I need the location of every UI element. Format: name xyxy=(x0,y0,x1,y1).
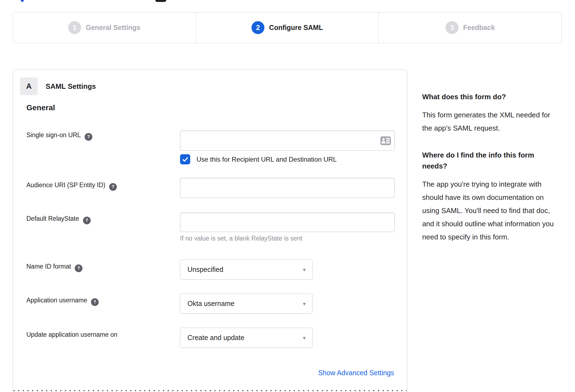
default-relaystate-label: Default RelayState? xyxy=(26,214,91,224)
step-feedback[interactable]: 3 Feedback xyxy=(378,12,562,43)
step-number-badge: 1 xyxy=(68,21,81,34)
help-icon[interactable]: ? xyxy=(91,298,99,306)
application-username-select[interactable]: Okta username ▾ xyxy=(180,294,313,314)
step-number-badge: 2 xyxy=(251,21,264,34)
checkmark-icon xyxy=(182,156,189,163)
name-id-format-select[interactable]: Unspecified ▾ xyxy=(180,260,313,280)
step-label: Feedback xyxy=(463,24,495,32)
relaystate-helper-text: If no value is set, a blank RelayState i… xyxy=(180,235,302,242)
sidebar-body-where: The app you're trying to integrate with … xyxy=(422,178,557,244)
step-label: General Settings xyxy=(86,24,140,32)
clipped-blue-element xyxy=(21,0,24,2)
step-label: Configure SAML xyxy=(269,24,323,32)
recipient-url-checkbox-label: Use this for Recipient URL and Destinati… xyxy=(197,154,337,164)
sidebar-heading-where: Where do I find the info this form needs… xyxy=(422,150,557,172)
sidebar-heading-what: What does this form do? xyxy=(422,91,557,102)
sidebar-body-what: This form generates the XML needed for t… xyxy=(422,108,557,135)
step-number-badge: 3 xyxy=(446,21,458,34)
update-application-username-select[interactable]: Create and update ▾ xyxy=(180,328,313,348)
sso-url-label: Single sign-on URL? xyxy=(26,130,92,141)
wizard-stepper: 1 General Settings 2 Configure SAML 3 Fe… xyxy=(13,12,562,43)
clipped-dark-element xyxy=(155,0,166,2)
chevron-down-icon: ▾ xyxy=(303,335,306,341)
chevron-down-icon: ▾ xyxy=(303,300,306,307)
application-username-label: Application username? xyxy=(26,296,99,306)
section-dashed-divider xyxy=(13,390,407,391)
selected-value: Okta username xyxy=(187,300,303,308)
update-application-username-label: Update application username on xyxy=(26,330,117,339)
help-sidebar: What does this form do? This form genera… xyxy=(422,87,557,258)
help-icon[interactable]: ? xyxy=(75,264,82,272)
contact-card-icon[interactable] xyxy=(380,136,391,145)
audience-uri-label: Audience URI (SP Entity ID)? xyxy=(26,180,117,191)
chevron-down-icon: ▾ xyxy=(303,266,306,273)
saml-settings-panel: A SAML Settings General Single sign-on U… xyxy=(13,70,407,392)
name-id-format-label: Name ID format? xyxy=(26,262,82,272)
configure-saml-page: { "colors": { "accent_blue": "#1662dd", … xyxy=(0,0,575,392)
step-general-settings[interactable]: 1 General Settings xyxy=(13,12,196,43)
help-icon[interactable]: ? xyxy=(109,183,117,191)
audience-uri-input[interactable] xyxy=(180,178,395,198)
selected-value: Create and update xyxy=(187,334,303,342)
help-icon[interactable]: ? xyxy=(83,217,91,224)
group-heading-general: General xyxy=(26,103,55,112)
single-sign-on-url-input[interactable] xyxy=(180,131,395,151)
selected-value: Unspecified xyxy=(187,266,303,274)
section-badge-a: A xyxy=(20,78,38,95)
step-configure-saml[interactable]: 2 Configure SAML xyxy=(196,12,379,43)
show-advanced-settings-link[interactable]: Show Advanced Settings xyxy=(318,369,394,377)
default-relaystate-input[interactable] xyxy=(180,212,395,232)
help-icon[interactable]: ? xyxy=(85,133,92,141)
section-title: SAML Settings xyxy=(46,78,96,95)
recipient-url-checkbox[interactable] xyxy=(180,154,190,164)
